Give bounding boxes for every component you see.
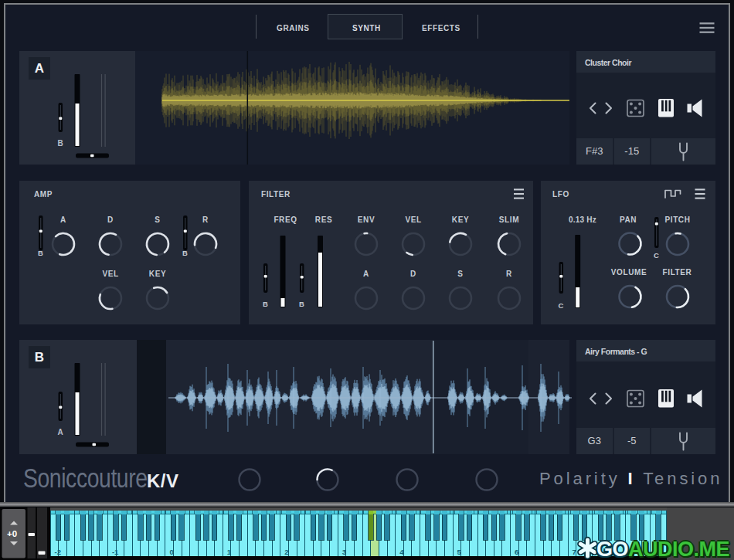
svg-text:1: 1 <box>227 548 232 556</box>
svg-text:-1: -1 <box>112 548 119 556</box>
svg-text:7: 7 <box>573 548 576 556</box>
svg-text:+0: +0 <box>7 529 17 538</box>
svg-text:0: 0 <box>169 548 173 556</box>
svg-text:5: 5 <box>457 548 462 556</box>
svg-text:4: 4 <box>399 548 404 556</box>
svg-text:6: 6 <box>515 548 518 556</box>
svg-text:2: 2 <box>284 548 288 556</box>
svg-text:-2: -2 <box>55 548 61 556</box>
svg-text:3: 3 <box>342 548 346 556</box>
